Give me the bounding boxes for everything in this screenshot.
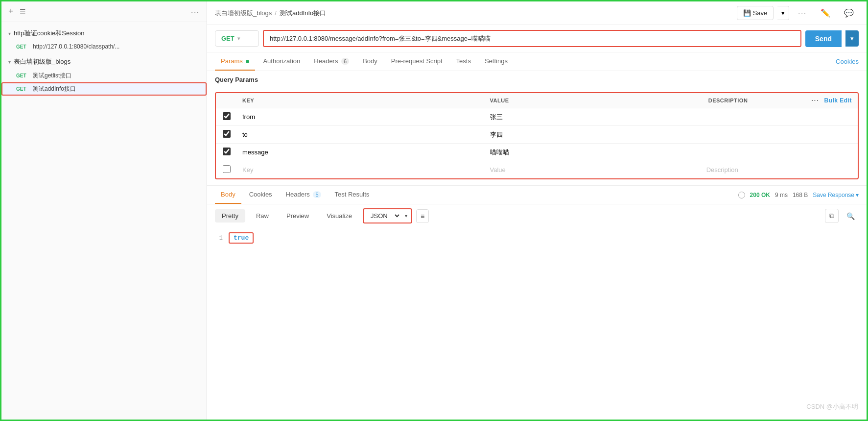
chevron-down-icon: ▾: [8, 31, 11, 36]
sidebar-group-http-title[interactable]: ▾ http验证cookie和Session: [1, 26, 207, 41]
sidebar-more-button[interactable]: ···: [191, 8, 200, 16]
url-input[interactable]: [264, 31, 800, 46]
tab-params[interactable]: Params: [215, 52, 255, 71]
method-select[interactable]: GET ▾: [215, 30, 259, 47]
top-more-button[interactable]: ···: [793, 6, 812, 20]
key-to[interactable]: to: [236, 126, 484, 144]
save-response-arrow: ▾: [856, 192, 859, 198]
format-lines-button[interactable]: ≡: [416, 209, 429, 223]
send-dropdown-button[interactable]: ▾: [845, 30, 859, 47]
cb-message[interactable]: [223, 148, 231, 155]
response-tabs-bar: Body Cookies Headers 5 Test Results 200 …: [207, 186, 867, 204]
send-label: Send: [815, 35, 832, 43]
bulk-edit-more-icon[interactable]: ···: [811, 97, 819, 104]
tab-authorization[interactable]: Authorization: [257, 52, 306, 71]
table-row-to: to 李四: [216, 126, 858, 144]
fmt-raw-button[interactable]: Raw: [249, 209, 276, 223]
table-row-empty: Key Value Description: [216, 161, 858, 179]
json-select-arrow-icon: ▾: [401, 211, 411, 221]
desc-empty: Description: [701, 161, 858, 179]
query-params-title: Query Params: [215, 76, 859, 83]
breadcrumb-parent: 表白墙初级版_blogs: [215, 9, 272, 18]
response-tab-headers[interactable]: Headers 5: [280, 186, 327, 204]
value-from[interactable]: 张三: [484, 108, 701, 126]
th-description: DESCRIPTION ··· Bulk Edit: [701, 93, 858, 108]
value-message[interactable]: 喵喵喵: [484, 144, 701, 161]
code-true-value: true: [234, 234, 249, 242]
sidebar-item-classpath-label: http://127.0.0.1:8080/classpath/...: [33, 43, 200, 50]
key-message[interactable]: message: [236, 144, 484, 161]
key-from[interactable]: from: [236, 108, 484, 126]
breadcrumb-current: 测试addInfo接口: [280, 9, 326, 18]
sidebar-content: ▾ http验证cookie和Session GET http://127.0.…: [1, 22, 207, 420]
method-label: GET: [221, 35, 235, 42]
tab-settings[interactable]: Settings: [479, 52, 514, 71]
sidebar-group-baihe-title[interactable]: ▾ 表白墙初级版_blogs: [1, 54, 207, 69]
search-button[interactable]: 🔍: [843, 209, 859, 223]
top-bar-actions: 💾 Save ▾ ··· ✏️ 💬: [737, 5, 859, 21]
sidebar-group-baihe: ▾ 表白墙初级版_blogs GET 测试getlist接口 GET 测试add…: [1, 54, 207, 96]
bulk-edit-label[interactable]: Bulk Edit: [824, 97, 852, 104]
tab-body[interactable]: Body: [357, 52, 383, 71]
sidebar-item-getlist[interactable]: GET 测试getlist接口: [1, 69, 207, 82]
tabs-bar: Params Authorization Headers 6 Body Pre-…: [207, 52, 867, 71]
sidebar-add-button[interactable]: +: [8, 6, 14, 17]
json-type-select[interactable]: JSON Text HTML XML: [364, 209, 401, 223]
edit-button[interactable]: ✏️: [816, 5, 835, 21]
tab-headers[interactable]: Headers 6: [308, 52, 355, 71]
cb-from[interactable]: [223, 112, 231, 120]
response-time: 9 ms: [775, 192, 788, 198]
cb-to[interactable]: [223, 130, 231, 138]
method-badge-getlist: GET: [16, 73, 30, 78]
response-section: Body Cookies Headers 5 Test Results 200 …: [207, 185, 867, 248]
save-response-button[interactable]: Save Response ▾: [813, 192, 859, 198]
checkbox-from[interactable]: [216, 108, 236, 126]
breadcrumb: 表白墙初级版_blogs / 测试addInfo接口: [215, 9, 326, 18]
send-button[interactable]: Send: [805, 30, 842, 47]
value-empty[interactable]: Value: [484, 161, 701, 179]
format-bar: Pretty Raw Preview Visualize JSON Text H…: [207, 204, 867, 227]
value-to[interactable]: 李四: [484, 126, 701, 144]
response-meta: 200 OK 9 ms 168 B Save Response ▾: [738, 192, 859, 198]
response-tab-body[interactable]: Body: [215, 186, 241, 204]
tab-params-label: Params: [221, 57, 243, 65]
query-params-table: KEY VALUE DESCRIPTION ··· Bulk Edit: [216, 93, 858, 178]
table-row-from: from 张三: [216, 108, 858, 126]
checkbox-message[interactable]: [216, 144, 236, 161]
response-tab-test-results[interactable]: Test Results: [329, 186, 375, 204]
sidebar-item-classpath[interactable]: GET http://127.0.0.1:8080/classpath/...: [1, 41, 207, 52]
copy-button[interactable]: ⧉: [825, 209, 839, 223]
method-badge-addinfo: GET: [16, 86, 30, 92]
th-value: VALUE: [484, 93, 701, 108]
tab-prerequest-label: Pre-request Script: [391, 57, 443, 65]
fmt-preview-button[interactable]: Preview: [280, 209, 316, 223]
th-checkbox: [216, 93, 236, 108]
url-input-wrapper: [263, 30, 801, 47]
breadcrumb-separator: /: [275, 9, 277, 17]
sidebar-header-left: + ☰: [8, 6, 26, 17]
tab-prerequest[interactable]: Pre-request Script: [385, 52, 448, 71]
query-params-table-wrapper: KEY VALUE DESCRIPTION ··· Bulk Edit: [215, 92, 859, 179]
th-key: KEY: [236, 93, 484, 108]
response-status: 200 OK: [750, 192, 770, 198]
checkbox-to[interactable]: [216, 126, 236, 144]
globe-icon: [738, 192, 745, 198]
sidebar-header: + ☰ ···: [1, 1, 207, 22]
cookies-link[interactable]: Cookies: [836, 58, 859, 65]
tab-tests[interactable]: Tests: [450, 52, 477, 71]
headers-badge: 6: [341, 58, 349, 65]
checkbox-empty[interactable]: [216, 161, 236, 179]
fmt-visualize-button[interactable]: Visualize: [320, 209, 359, 223]
response-tab-cookies[interactable]: Cookies: [243, 186, 278, 204]
save-dropdown-button[interactable]: ▾: [777, 6, 789, 20]
sidebar-item-addinfo[interactable]: GET 测试addInfo接口: [1, 82, 207, 96]
fmt-pretty-button[interactable]: Pretty: [215, 209, 245, 223]
cb-empty[interactable]: [223, 165, 231, 173]
comment-button[interactable]: 💬: [839, 5, 859, 21]
desc-header-label: DESCRIPTION: [708, 98, 748, 103]
sidebar-filter-button[interactable]: ☰: [20, 8, 26, 16]
key-empty[interactable]: Key: [236, 161, 484, 179]
save-button[interactable]: 💾 Save: [737, 6, 774, 20]
resp-headers-badge: 5: [313, 191, 321, 198]
save-label: Save: [753, 9, 768, 17]
